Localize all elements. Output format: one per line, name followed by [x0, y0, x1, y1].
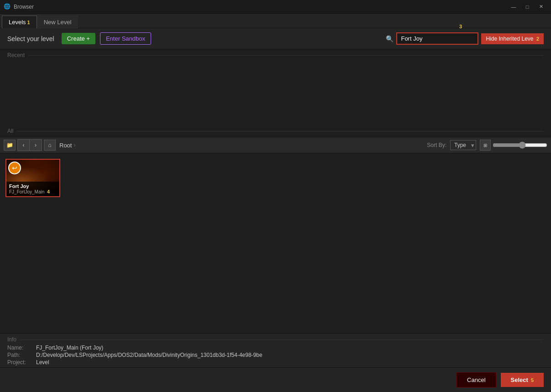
sort-section: Sort By: Type ⊞ — [427, 140, 547, 151]
file-number: 4 — [47, 189, 50, 194]
cancel-button[interactable]: Cancel — [457, 372, 496, 387]
slider-section: ⊞ — [480, 140, 547, 151]
nav-path-chevron: › — [73, 142, 75, 148]
nav-path: Root › — [59, 142, 75, 149]
all-section-label: All — [0, 125, 551, 137]
info-path-val: D:/Develop/Dev/LSProjects/Apps/DOS2/Data… — [36, 352, 262, 358]
nav-path-root[interactable]: Root — [59, 142, 72, 149]
nav-forward-button[interactable]: › — [30, 140, 42, 151]
title-bar-controls: — □ ✕ — [507, 2, 547, 12]
nav-bar: 📁 ‹ › ⌂ Root › Sort By: Type ⊞ — [0, 137, 551, 153]
browser-icon: 🌐 — [4, 3, 11, 10]
search-section: 🔍 3 Hide Inherited Leve 2 — [386, 32, 544, 45]
search-number: 3 — [459, 24, 462, 29]
bottom-bar: Cancel Select 5 — [0, 367, 551, 392]
info-rows: Name: FJ_FortJoy_Main (Fort Joy) Path: D… — [7, 345, 544, 366]
sort-select[interactable]: Type — [450, 140, 476, 150]
info-name-row: Name: FJ_FortJoy_Main (Fort Joy) — [7, 345, 544, 351]
info-path-row: Path: D:/Develop/Dev/LSProjects/Apps/DOS… — [7, 352, 544, 358]
title-bar: 🌐 Browser — □ ✕ — [0, 0, 551, 14]
file-subname: FJ_FortJoy_Main 4 — [9, 189, 57, 194]
select-button[interactable]: Select 5 — [501, 373, 544, 387]
hide-inherited-label: Hide Inherited Leve — [486, 36, 533, 42]
recent-section-label: Recent — [0, 49, 551, 61]
tab-new-level-label: New Level — [44, 19, 72, 26]
hide-inherited-number: 2 — [536, 36, 539, 42]
info-section-label: Info — [7, 336, 544, 343]
file-icon-overlay: ↩ — [8, 162, 21, 174]
toolbar-title: Select your level — [7, 35, 54, 42]
select-label: Select — [511, 376, 528, 383]
create-button[interactable]: Create + — [62, 33, 95, 44]
select-number: 5 — [531, 377, 534, 383]
grid-view-button[interactable]: ⊞ — [480, 140, 491, 151]
file-item-fortjoy[interactable]: ↩ Fort Joy FJ_FortJoy_Main 4 — [5, 159, 60, 197]
hide-inherited-button[interactable]: Hide Inherited Leve 2 — [481, 33, 544, 44]
sandbox-button[interactable]: Enter Sandbox — [100, 32, 151, 45]
info-name-key: Name: — [7, 345, 32, 351]
file-grid: ↩ Fort Joy FJ_FortJoy_Main 4 — [0, 153, 551, 338]
tab-new-level[interactable]: New Level — [37, 16, 79, 28]
nav-back-forward: ‹ › — [17, 139, 42, 151]
search-input[interactable] — [396, 32, 478, 45]
tab-levels[interactable]: Levels 1 — [2, 16, 37, 28]
search-icon: 🔍 — [386, 35, 394, 42]
minimize-button[interactable]: — — [507, 2, 520, 12]
info-section: Info Name: FJ_FortJoy_Main (Fort Joy) Pa… — [0, 333, 551, 367]
title-bar-title: Browser — [14, 4, 34, 10]
info-project-key: Project: — [7, 359, 32, 366]
nav-home-button[interactable]: ⌂ — [44, 140, 56, 151]
nav-back-button[interactable]: ‹ — [18, 140, 30, 151]
info-project-row: Project: Level — [7, 359, 544, 366]
info-project-val: Level — [36, 359, 49, 366]
close-button[interactable]: ✕ — [535, 2, 547, 12]
file-label: Fort Joy FJ_FortJoy_Main 4 — [6, 182, 59, 196]
toolbar: Select your level Create + Enter Sandbox… — [0, 28, 551, 49]
new-folder-button[interactable]: 📁 — [4, 140, 16, 151]
tab-levels-label: Levels — [9, 19, 26, 26]
maximize-button[interactable]: □ — [521, 2, 534, 12]
sort-label: Sort By: — [427, 142, 446, 148]
thumb-size-slider[interactable] — [493, 141, 547, 149]
sort-select-wrap: Type — [450, 140, 476, 150]
info-name-val: FJ_FortJoy_Main (Fort Joy) — [36, 345, 103, 351]
tabs-bar: Levels 1 New Level — [0, 14, 551, 28]
info-path-key: Path: — [7, 352, 32, 358]
recent-area — [0, 61, 551, 125]
tab-levels-number: 1 — [27, 20, 30, 25]
file-name: Fort Joy — [9, 183, 57, 189]
